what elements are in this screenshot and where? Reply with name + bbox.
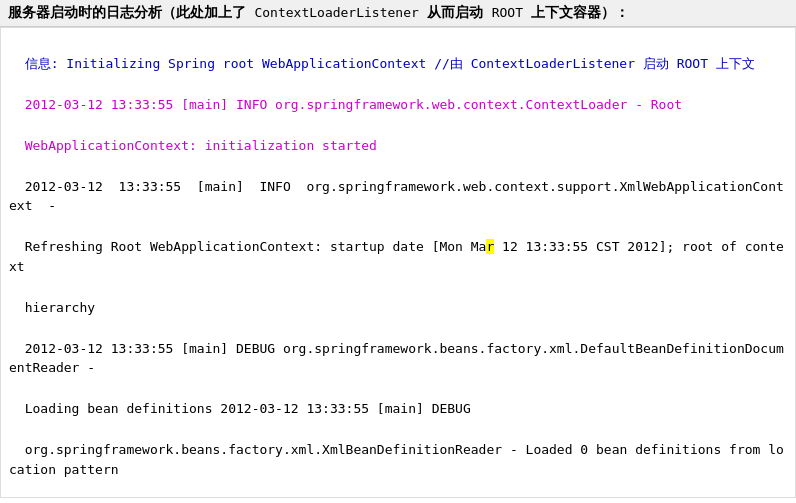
log-line-8: Loading bean definitions 2012-03-12 13:3…	[9, 380, 787, 419]
header-code1: ContextLoaderListener	[254, 5, 418, 20]
header-text: 服务器启动时的日志分析（此处加上了	[8, 4, 246, 20]
log-content: 信息: Initializing Spring root WebApplicat…	[0, 27, 796, 498]
header: 服务器启动时的日志分析（此处加上了 ContextLoaderListener …	[0, 0, 796, 27]
log-line-1: 信息: Initializing Spring root WebApplicat…	[9, 34, 787, 73]
header-code2: ROOT	[492, 5, 523, 20]
log-line-5: Refreshing Root WebApplicationContext: s…	[9, 218, 787, 277]
header-text2: 从而启动	[427, 4, 483, 20]
log-line-6: hierarchy	[9, 278, 787, 317]
log-line-7: 2012-03-12 13:33:55 [main] DEBUG org.spr…	[9, 319, 787, 378]
log-line-10: [/WEB-INF/ContextLoaderListener.xml]	[9, 481, 787, 498]
log-line-9: org.springframework.beans.factory.xml.Xm…	[9, 421, 787, 480]
log-line-3: WebApplicationContext: initialization st…	[9, 116, 787, 155]
log-line-2: 2012-03-12 13:33:55 [main] INFO org.spri…	[9, 75, 787, 114]
log-line-4: 2012-03-12 13:33:55 [main] INFO org.spri…	[9, 157, 787, 216]
header-text3: 上下文容器）：	[531, 4, 629, 20]
